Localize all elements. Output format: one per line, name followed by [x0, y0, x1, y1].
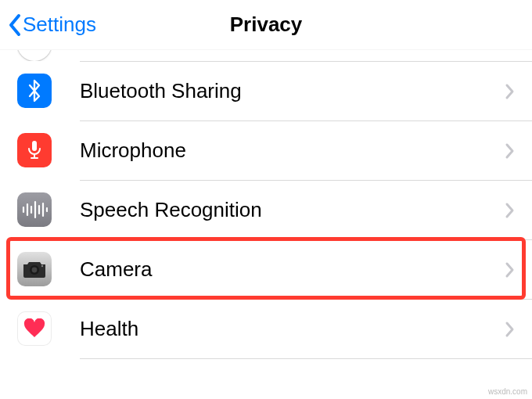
row-label: Bluetooth Sharing [80, 79, 505, 103]
chevron-right-icon [505, 142, 526, 160]
watermark: wsxdn.com [488, 387, 527, 396]
partial-row-top [0, 50, 532, 61]
partial-icon [17, 50, 52, 61]
chevron-right-icon [505, 321, 526, 338]
row-health[interactable]: Health [0, 299, 532, 358]
row-camera[interactable]: Camera [0, 239, 532, 299]
back-button[interactable]: Settings [8, 13, 96, 37]
nav-bar: Settings Privacy [0, 0, 532, 50]
camera-icon [17, 252, 52, 286]
waveform-icon [17, 192, 52, 227]
bluetooth-icon [17, 74, 52, 108]
svg-point-12 [41, 265, 43, 267]
row-label: Camera [80, 257, 505, 282]
row-label: Health [80, 317, 505, 341]
microphone-icon [17, 133, 52, 167]
row-microphone[interactable]: Microphone [0, 120, 532, 180]
back-label: Settings [23, 13, 96, 37]
page-title: Privacy [230, 13, 303, 37]
row-speech-recognition[interactable]: Speech Recognition [0, 180, 532, 239]
row-bluetooth-sharing[interactable]: Bluetooth Sharing [0, 61, 532, 120]
chevron-left-icon [8, 13, 21, 37]
heart-icon [17, 311, 52, 346]
svg-rect-0 [32, 141, 37, 151]
svg-point-11 [32, 268, 38, 273]
row-label: Microphone [80, 138, 505, 163]
partial-row-bottom [0, 358, 532, 399]
chevron-right-icon [505, 261, 526, 279]
chevron-right-icon [505, 202, 526, 219]
chevron-right-icon [505, 83, 526, 100]
row-label: Speech Recognition [80, 198, 505, 222]
